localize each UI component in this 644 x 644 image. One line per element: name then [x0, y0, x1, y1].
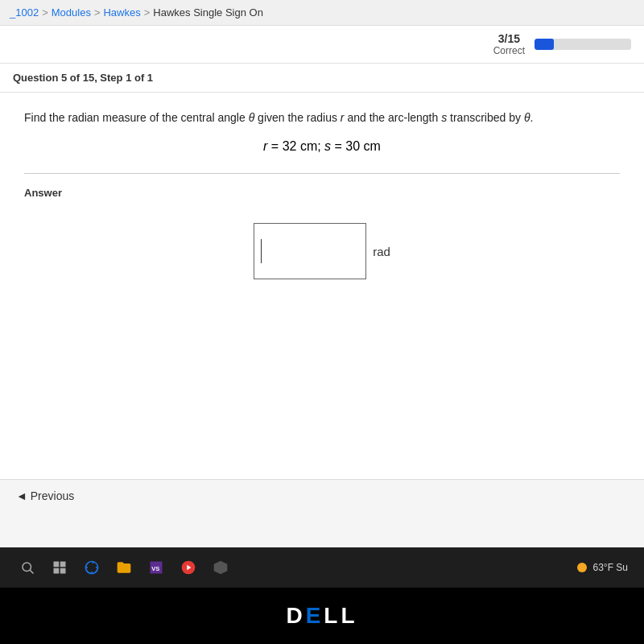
breadcrumb-separator-3: > [144, 6, 151, 19]
vs-icon[interactable]: VS [145, 556, 167, 579]
question-header-text: Question 5 of 15, Step 1 of 1 [13, 72, 631, 84]
dell-logo: DELL [286, 603, 357, 629]
breadcrumb-item-modules[interactable]: Modules [52, 6, 91, 19]
progress-bar-container [535, 39, 631, 50]
score-label: Correct [493, 45, 525, 56]
breadcrumb: _1002 > Modules > Hawkes > Hawkes Single… [0, 0, 644, 26]
app-icon[interactable] [209, 556, 232, 579]
previous-button[interactable]: ◄ Previous [16, 489, 74, 502]
svg-rect-2 [54, 562, 60, 568]
file-icon[interactable] [113, 556, 135, 579]
weather-icon [577, 563, 587, 572]
r-var: r [341, 111, 345, 124]
bottom-nav: ◄ Previous [0, 479, 644, 512]
progress-bar-fill [535, 39, 554, 50]
answer-input-box[interactable] [254, 223, 366, 279]
breadcrumb-item-hawkes[interactable]: Hawkes [103, 6, 140, 19]
answer-section: Answer rad [24, 173, 620, 279]
dell-brand: DELL [0, 588, 644, 644]
taskbar-left: VS [16, 556, 232, 579]
score-display: 3/15 Correct [493, 32, 525, 56]
svg-rect-3 [60, 562, 66, 568]
equation-params: r = 32 cm; s = 30 cm [24, 139, 620, 154]
question-text: Find the radian measure of the central a… [24, 109, 620, 126]
breadcrumb-separator-2: > [94, 6, 101, 19]
svg-text:VS: VS [151, 565, 159, 572]
svg-point-0 [23, 563, 31, 572]
dell-logo-e: E [306, 603, 324, 628]
taskbar: VS 63°F Su [0, 547, 644, 588]
media-icon[interactable] [177, 556, 200, 579]
top-bar: 3/15 Correct [0, 26, 644, 64]
theta-var: θ [249, 111, 255, 124]
breadcrumb-separator-1: > [42, 6, 48, 19]
answer-label: Answer [24, 187, 620, 199]
score-section: 3/15 Correct [493, 32, 631, 56]
text-cursor [261, 239, 262, 263]
svg-rect-5 [60, 568, 66, 574]
breadcrumb-item-1002[interactable]: _1002 [10, 6, 39, 19]
main-content: Find the radian measure of the central a… [0, 93, 644, 479]
taskbar-right: 63°F Su [577, 562, 629, 573]
svg-rect-4 [54, 568, 60, 574]
s-param: s [324, 139, 331, 153]
r-param: r [263, 139, 267, 153]
task-view-icon[interactable] [48, 556, 71, 579]
question-header: Question 5 of 15, Step 1 of 1 [0, 64, 644, 93]
s-var: s [441, 111, 447, 124]
weather-text: 63°F Su [593, 562, 629, 573]
edge-icon[interactable] [80, 556, 103, 579]
svg-line-1 [30, 570, 33, 573]
search-icon[interactable] [16, 556, 39, 579]
breadcrumb-item-current: Hawkes Single Sign On [153, 6, 263, 19]
unit-label: rad [373, 245, 390, 258]
answer-input-area: rad [24, 223, 620, 279]
theta-var-2: θ [524, 111, 530, 124]
score-fraction: 3/15 [493, 32, 525, 45]
